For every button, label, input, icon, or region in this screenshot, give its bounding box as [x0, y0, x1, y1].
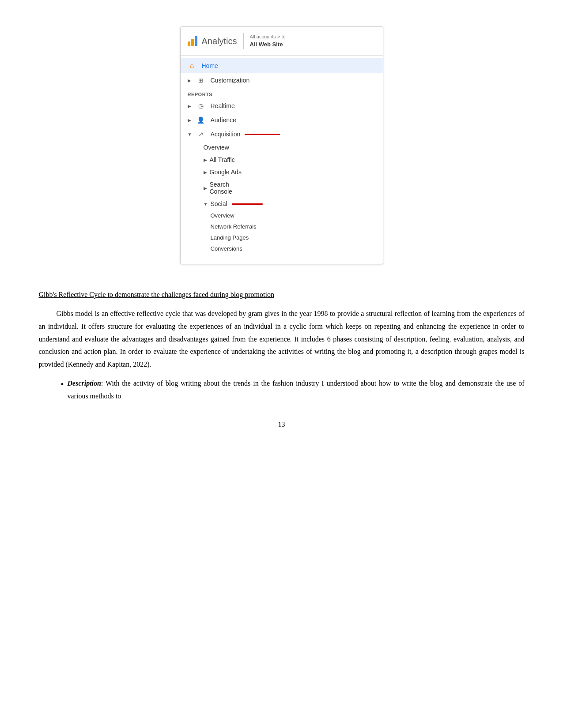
sidebar-item-home[interactable]: ⌂ Home: [181, 58, 383, 73]
nav-item-google-ads[interactable]: ▶ Google Ads: [181, 166, 383, 178]
nav-item-conversions[interactable]: Conversions: [181, 243, 383, 254]
bar-chart-icon: [188, 36, 197, 46]
acquisition-red-arrow: [245, 134, 280, 135]
sub-arrow-social: ▼: [204, 202, 208, 206]
nav-item-landing-pages[interactable]: Landing Pages: [181, 232, 383, 243]
bar1: [188, 41, 190, 46]
nav-item-social-overview[interactable]: Overview: [181, 210, 383, 221]
sub-arrow-google-ads: ▶: [204, 170, 207, 175]
analytics-title: Analytics: [202, 36, 237, 46]
screenshot-container: Analytics All accounts > te All Web Site…: [39, 26, 525, 264]
reports-section-header: REPORTS: [181, 87, 383, 99]
nav-item-all-traffic[interactable]: ▶ All Traffic: [181, 154, 383, 166]
section-title: Gibb's Reflective Cycle to demonstrate t…: [39, 291, 525, 299]
expand-arrow-realtime: ▶: [188, 104, 193, 109]
sidebar-item-realtime[interactable]: ▶ ◷ Realtime: [181, 99, 383, 113]
search-console-label: SearchConsole: [210, 181, 232, 195]
sidebar-nav: ⌂ Home ▶ ⊞ Customization REPORTS ▶ ◷ Rea…: [181, 56, 383, 257]
expand-arrow-customization: ▶: [188, 78, 193, 83]
paragraph1: Gibbs model is an effective reflective c…: [39, 308, 525, 371]
bullet-body: : With the activity of blog writing abou…: [68, 379, 525, 400]
sub-arrow-search-console: ▶: [204, 186, 207, 191]
network-referrals-label: Network Referrals: [211, 223, 257, 230]
social-red-arrow: [232, 203, 263, 205]
customization-icon: ⊞: [196, 77, 205, 84]
account-name: All Web Site: [250, 41, 286, 49]
home-label: Home: [202, 62, 218, 69]
conversions-label: Conversions: [211, 245, 242, 252]
sidebar-item-customization[interactable]: ▶ ⊞ Customization: [181, 73, 383, 87]
google-ads-label: Google Ads: [210, 169, 242, 176]
nav-item-overview[interactable]: Overview: [181, 141, 383, 154]
acquisition-icon: ↗: [196, 131, 205, 138]
text-content: Gibb's Reflective Cycle to demonstrate t…: [39, 291, 525, 403]
analytics-divider: [243, 33, 244, 49]
realtime-icon: ◷: [196, 102, 205, 109]
audience-icon: 👤: [196, 116, 205, 124]
bar3: [195, 36, 197, 46]
realtime-label: Realtime: [211, 102, 235, 109]
all-traffic-label: All Traffic: [210, 156, 235, 163]
page-number: 13: [39, 420, 525, 428]
social-overview-label: Overview: [211, 212, 234, 219]
bar2: [191, 39, 194, 46]
landing-pages-label: Landing Pages: [211, 234, 249, 241]
bullet-text-description: Description: With the activity of blog w…: [68, 377, 525, 403]
acquisition-label: Acquisition: [211, 131, 241, 138]
analytics-logo: [188, 36, 197, 46]
overview-label: Overview: [204, 144, 229, 151]
customization-label: Customization: [211, 77, 250, 84]
bullet-label: Description: [68, 379, 101, 387]
bullet-dot: •: [61, 377, 64, 391]
sub-arrow-all-traffic: ▶: [204, 158, 207, 162]
analytics-account-info: All accounts > te All Web Site: [250, 34, 286, 49]
sidebar-item-audience[interactable]: ▶ 👤 Audience: [181, 113, 383, 127]
analytics-header: Analytics All accounts > te All Web Site: [181, 27, 383, 56]
nav-item-search-console[interactable]: ▶ SearchConsole: [181, 178, 383, 198]
expand-arrow-acquisition: ▼: [188, 132, 193, 137]
bullet-item-description: • Description: With the activity of blog…: [61, 377, 525, 403]
sidebar-item-acquisition[interactable]: ▼ ↗ Acquisition: [181, 127, 383, 141]
nav-item-social[interactable]: ▼ Social: [181, 198, 383, 210]
social-label: Social: [210, 200, 227, 207]
account-path: All accounts > te: [250, 34, 286, 40]
page-content: Analytics All accounts > te All Web Site…: [39, 26, 525, 428]
home-icon: ⌂: [188, 62, 196, 70]
nav-item-network-referrals[interactable]: Network Referrals: [181, 221, 383, 232]
audience-label: Audience: [211, 116, 236, 124]
expand-arrow-audience: ▶: [188, 118, 193, 123]
analytics-box: Analytics All accounts > te All Web Site…: [180, 26, 383, 264]
